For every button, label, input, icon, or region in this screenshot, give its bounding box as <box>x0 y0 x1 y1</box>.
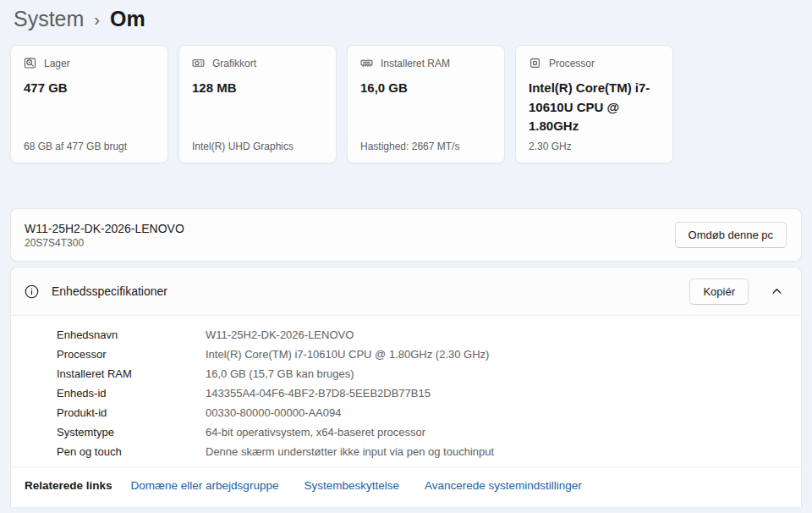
gpu-card-value: 128 MB <box>192 79 323 98</box>
ram-card-value: 16,0 GB <box>360 79 491 98</box>
device-specs-expander: Enhedsspecifikationer Kopiér Enhedsnavn … <box>10 267 802 507</box>
storage-icon <box>24 57 36 69</box>
device-specs-title: Enhedsspecifikationer <box>52 284 167 298</box>
ram-card-label: Installeret RAM <box>381 58 450 69</box>
ram-card: Installeret RAM 16,0 GB Hastighed: 2667 … <box>347 45 505 163</box>
cpu-card-value: Intel(R) Core(TM) i7-10610U CPU @ 1.80GH… <box>529 79 660 136</box>
spec-label: Produkt-id <box>57 407 206 419</box>
cpu-card-header: Processor <box>529 57 660 69</box>
spec-label: Pen og touch <box>57 446 206 458</box>
spec-value: Denne skærm understøtter ikke input via … <box>206 446 787 458</box>
related-links-label: Relaterede links <box>25 479 112 492</box>
breadcrumb: System › Om <box>10 5 802 45</box>
ram-card-caption: Hastighed: 2667 MT/s <box>360 141 491 152</box>
link-domain-workgroup[interactable]: Domæne eller arbejdsgruppe <box>131 479 279 492</box>
copy-button[interactable]: Kopiér <box>689 279 749 305</box>
gpu-card-caption: Intel(R) UHD Graphics <box>192 141 323 152</box>
breadcrumb-system[interactable]: System <box>14 7 84 31</box>
info-icon <box>25 284 39 299</box>
device-specs-header[interactable]: Enhedsspecifikationer Kopiér <box>11 268 801 316</box>
spec-value: Intel(R) Core(TM) i7-10610U CPU @ 1.80GH… <box>206 349 787 361</box>
ram-card-header: Installeret RAM <box>360 57 491 69</box>
chevron-right-icon: › <box>94 8 100 30</box>
link-advanced-system-settings[interactable]: Avancerede systemindstillinger <box>425 479 582 492</box>
spec-label: Installeret RAM <box>57 368 206 380</box>
summary-cards: Lager 477 GB 68 GB af 477 GB brugt Grafi… <box>10 45 802 163</box>
spec-label: Enheds-id <box>57 388 206 400</box>
spec-value: 16,0 GB (15,7 GB kan bruges) <box>206 368 787 380</box>
device-specs-actions: Kopiér <box>689 279 786 305</box>
gpu-card-header: Grafikkort <box>192 57 323 69</box>
storage-card-caption: 68 GB af 477 GB brugt <box>24 141 155 152</box>
cpu-card-label: Processor <box>549 58 595 69</box>
cpu-card: Processor Intel(R) Core(TM) i7-10610U CP… <box>515 45 673 163</box>
page-title: Om <box>110 7 145 31</box>
gpu-card-label: Grafikkort <box>212 58 256 69</box>
device-specs-table: Enhedsnavn W11-25H2-DK-2026-LENOVO Proce… <box>11 316 801 466</box>
spec-value: 00330-80000-00000-AA094 <box>206 407 787 419</box>
spec-label: Processor <box>57 349 206 361</box>
device-name-panel: W11-25H2-DK-2026-LENOVO 20S7S4T300 Omdøb… <box>10 208 802 262</box>
device-model: 20S7S4T300 <box>25 237 184 249</box>
storage-card-header: Lager <box>24 57 155 69</box>
storage-card: Lager 477 GB 68 GB af 477 GB brugt <box>10 45 168 163</box>
device-name: W11-25H2-DK-2026-LENOVO <box>25 222 184 235</box>
gpu-card: Grafikkort 128 MB Intel(R) UHD Graphics <box>178 45 337 163</box>
storage-card-label: Lager <box>44 58 70 69</box>
storage-card-value: 477 GB <box>24 79 155 98</box>
gpu-icon <box>192 57 205 69</box>
rename-pc-button[interactable]: Omdøb denne pc <box>675 222 787 248</box>
settings-about-page: System › Om Lager 477 GB 68 GB af 477 GB… <box>0 0 812 507</box>
spec-label: Systemtype <box>57 427 206 439</box>
link-system-protection[interactable]: Systembeskyttelse <box>304 479 399 492</box>
spec-value: 64-bit operativsystem, x64-baseret proce… <box>206 427 787 439</box>
spec-value: 143355A4-04F6-4BF2-B7D8-5EEB2DB77B15 <box>206 388 787 400</box>
cpu-card-caption: 2.30 GHz <box>529 141 660 152</box>
spec-value: W11-25H2-DK-2026-LENOVO <box>206 329 787 341</box>
cpu-icon <box>529 57 541 69</box>
related-links-row: Relaterede links Domæne eller arbejdsgru… <box>11 466 801 507</box>
device-name-block: W11-25H2-DK-2026-LENOVO 20S7S4T300 <box>25 222 184 249</box>
chevron-up-icon[interactable] <box>768 283 786 301</box>
spec-label: Enhedsnavn <box>57 329 206 341</box>
ram-icon <box>360 57 373 69</box>
